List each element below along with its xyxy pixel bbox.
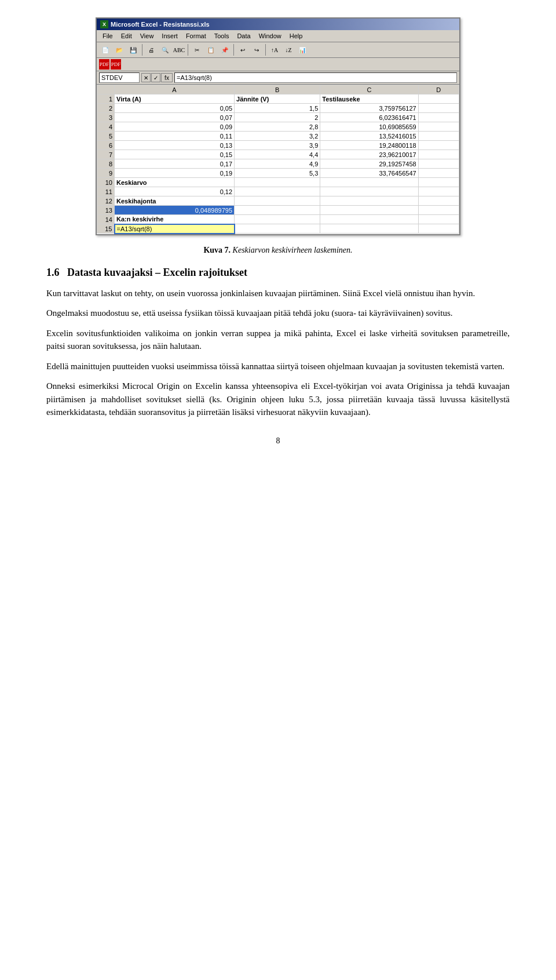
cell-a13[interactable]: 0,048989795 [115, 206, 235, 215]
cell-d8[interactable] [418, 159, 459, 169]
cell-d13[interactable] [418, 206, 459, 215]
menu-help[interactable]: Help [286, 31, 306, 41]
menu-window[interactable]: Window [255, 31, 285, 41]
page-number: 8 [46, 436, 510, 446]
name-box[interactable] [99, 72, 140, 83]
cell-b9[interactable]: 5,3 [235, 169, 320, 178]
row-num-12: 12 [97, 196, 115, 206]
cell-a14[interactable]: Ka:n keskivirhe [115, 215, 235, 224]
cell-c7[interactable]: 23,96210017 [320, 150, 418, 159]
caption-text: Keskiarvon keskivirheen laskeminen. [233, 246, 353, 254]
cell-a12[interactable]: Keskihajonta [115, 196, 235, 206]
cell-d3[interactable] [418, 113, 459, 122]
open-button[interactable]: 📂 [113, 43, 126, 56]
cell-d11[interactable] [418, 187, 459, 196]
menu-edit[interactable]: Edit [118, 31, 136, 41]
cell-b4[interactable]: 2,8 [235, 122, 320, 132]
cell-b2[interactable]: 1,5 [235, 104, 320, 113]
cell-a2[interactable]: 0,05 [115, 104, 235, 113]
cell-c15[interactable] [320, 224, 418, 234]
cell-c3[interactable]: 6,023616471 [320, 113, 418, 122]
confirm-formula-button[interactable]: ✓ [151, 73, 160, 82]
insert-function-button[interactable]: fx [161, 73, 173, 82]
table-row: 15 =A13/sqrt(8) [97, 224, 459, 234]
cell-c4[interactable]: 10,69085659 [320, 122, 418, 132]
cell-b3[interactable]: 2 [235, 113, 320, 122]
cut-button[interactable]: ✂ [191, 43, 203, 56]
menu-view[interactable]: View [137, 31, 158, 41]
cell-b13[interactable] [235, 206, 320, 215]
cell-a6[interactable]: 0,13 [115, 141, 235, 150]
menu-insert[interactable]: Insert [158, 31, 181, 41]
cell-d1[interactable] [418, 94, 459, 104]
cell-b15[interactable] [235, 224, 320, 234]
cell-a1[interactable]: Virta (A) [115, 94, 235, 104]
cell-a8[interactable]: 0,17 [115, 159, 235, 169]
sort-desc-button[interactable]: ↓Z [282, 43, 295, 56]
save-button[interactable]: 💾 [127, 43, 140, 56]
cell-d5[interactable] [418, 132, 459, 141]
cell-d12[interactable] [418, 196, 459, 206]
cell-b8[interactable]: 4,9 [235, 159, 320, 169]
col-b-header[interactable]: B [235, 85, 320, 94]
cell-a4[interactable]: 0,09 [115, 122, 235, 132]
formula-input[interactable] [174, 72, 457, 83]
cell-b14[interactable] [235, 215, 320, 224]
cell-a7[interactable]: 0,15 [115, 150, 235, 159]
cell-d7[interactable] [418, 150, 459, 159]
undo-button[interactable]: ↩ [236, 43, 249, 56]
paste-button[interactable]: 📌 [218, 43, 231, 56]
excel-sheet: A B C D 1 Virta (A) Jännite (V) Testilau… [97, 85, 459, 234]
col-d-header[interactable]: D [418, 85, 459, 94]
cell-a10[interactable]: Keskiarvo [115, 178, 235, 187]
cell-b5[interactable]: 3,2 [235, 132, 320, 141]
cell-c2[interactable]: 3,759756127 [320, 104, 418, 113]
cell-b1[interactable]: Jännite (V) [235, 94, 320, 104]
cell-c14[interactable] [320, 215, 418, 224]
new-button[interactable]: 📄 [99, 43, 112, 56]
cell-a3[interactable]: 0,07 [115, 113, 235, 122]
col-a-header[interactable]: A [115, 85, 235, 94]
cell-c8[interactable]: 29,19257458 [320, 159, 418, 169]
cell-d15[interactable] [418, 224, 459, 234]
cell-c13[interactable] [320, 206, 418, 215]
chart-button[interactable]: 📊 [296, 43, 309, 56]
cell-c5[interactable]: 13,52416015 [320, 132, 418, 141]
spell-button[interactable]: ABC [173, 43, 185, 56]
print-button[interactable]: 🖨 [145, 43, 158, 56]
cell-b11[interactable] [235, 187, 320, 196]
cell-c11[interactable] [320, 187, 418, 196]
cell-a5[interactable]: 0,11 [115, 132, 235, 141]
redo-button[interactable]: ↪ [250, 43, 263, 56]
row-num-8: 8 [97, 159, 115, 169]
cell-d10[interactable] [418, 178, 459, 187]
cell-b12[interactable] [235, 196, 320, 206]
menu-data[interactable]: Data [233, 31, 254, 41]
cell-d9[interactable] [418, 169, 459, 178]
copy-button[interactable]: 📋 [204, 43, 217, 56]
cell-a15[interactable]: =A13/sqrt(8) [115, 224, 235, 234]
cell-d14[interactable] [418, 215, 459, 224]
cell-c10[interactable] [320, 178, 418, 187]
cell-d4[interactable] [418, 122, 459, 132]
cell-d6[interactable] [418, 141, 459, 150]
menu-tools[interactable]: Tools [211, 31, 233, 41]
cancel-formula-button[interactable]: ✕ [141, 73, 151, 82]
menu-file[interactable]: File [99, 31, 116, 41]
cell-c9[interactable]: 33,76456547 [320, 169, 418, 178]
cell-c1[interactable]: Testilauseke [320, 94, 418, 104]
cell-a11[interactable]: 0,12 [115, 187, 235, 196]
preview-button[interactable]: 🔍 [159, 43, 171, 56]
cell-a9[interactable]: 0,19 [115, 169, 235, 178]
cell-b10[interactable] [235, 178, 320, 187]
cell-b7[interactable]: 4,4 [235, 150, 320, 159]
cell-d2[interactable] [418, 104, 459, 113]
cell-c12[interactable] [320, 196, 418, 206]
cell-b6[interactable]: 3,9 [235, 141, 320, 150]
cell-c6[interactable]: 19,24800118 [320, 141, 418, 150]
table-row: 12 Keskihajonta [97, 196, 459, 206]
row-num-4: 4 [97, 122, 115, 132]
menu-format[interactable]: Format [182, 31, 210, 41]
col-c-header[interactable]: C [320, 85, 418, 94]
sort-asc-button[interactable]: ↑A [268, 43, 281, 56]
